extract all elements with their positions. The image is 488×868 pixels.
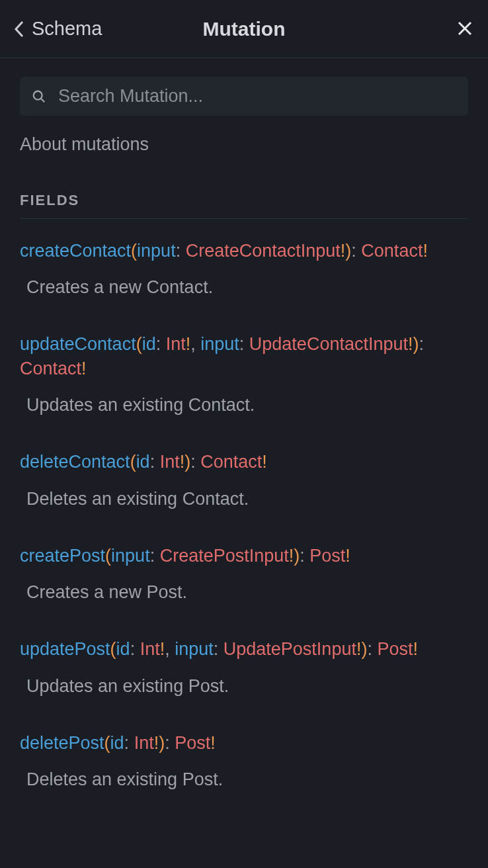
close-button[interactable] [455, 17, 475, 42]
field-description: Creates a new Contact. [20, 277, 468, 298]
field-description: Creates a new Post. [20, 582, 468, 603]
field-signature: deleteContact(id: Int!): Contact! [20, 450, 468, 474]
search-box[interactable] [20, 77, 468, 116]
arg-name[interactable]: id [116, 639, 130, 659]
field-item: updateContact(id: Int!, input: UpdateCon… [20, 332, 468, 415]
return-type[interactable]: Contact [20, 359, 81, 378]
required-bang: ! [423, 241, 428, 261]
chevron-left-icon [13, 20, 25, 38]
field-name[interactable]: updateContact [20, 334, 136, 354]
arg-name[interactable]: input [175, 639, 214, 659]
return-colon: : [300, 546, 309, 566]
colon: : [150, 452, 160, 472]
paren-open: ( [104, 733, 110, 753]
about-mutations-link[interactable]: About mutations [20, 134, 149, 155]
return-type[interactable]: Post [309, 546, 345, 566]
required-bang: ! [81, 359, 87, 378]
required-bang: ! [210, 733, 216, 753]
field-signature: createPost(input: CreatePostInput!): Pos… [20, 544, 468, 568]
return-colon: : [351, 241, 361, 261]
comma: , [190, 334, 200, 354]
arg-name[interactable]: input [137, 241, 176, 261]
return-type[interactable]: Post [377, 639, 413, 659]
required-bang: ! [262, 452, 267, 472]
return-colon: : [419, 334, 425, 354]
arg-name[interactable]: id [136, 452, 150, 472]
field-item: updatePost(id: Int!, input: UpdatePostIn… [20, 637, 468, 696]
svg-point-2 [34, 91, 42, 99]
required-bang: ! [345, 546, 350, 566]
required-bang: ! [413, 639, 419, 659]
return-type[interactable]: Post [175, 733, 210, 753]
arg-type[interactable]: CreateContactInput [186, 241, 341, 261]
field-name[interactable]: deletePost [20, 733, 104, 753]
field-description: Updates an existing Contact. [20, 395, 468, 415]
svg-line-3 [41, 98, 45, 102]
content-area: About mutations FIELDS createContact(inp… [0, 58, 488, 790]
field-signature: deletePost(id: Int!): Post! [20, 731, 468, 755]
page-title: Mutation [203, 18, 286, 40]
arg-type[interactable]: UpdatePostInput [224, 639, 356, 659]
field-item: deleteContact(id: Int!): Contact!Deletes… [20, 450, 468, 509]
field-signature: updateContact(id: Int!, input: UpdateCon… [20, 332, 468, 380]
colon: : [156, 334, 166, 354]
colon: : [239, 334, 249, 354]
arg-type[interactable]: Int [166, 334, 186, 354]
field-description: Deletes an existing Contact. [20, 489, 468, 509]
colon: : [130, 639, 140, 659]
field-description: Deletes an existing Post. [20, 769, 468, 790]
paren-open: ( [131, 241, 137, 261]
return-colon: : [367, 639, 377, 659]
arg-type[interactable]: Int [140, 639, 160, 659]
search-input[interactable] [58, 86, 456, 107]
field-signature: updatePost(id: Int!, input: UpdatePostIn… [20, 637, 468, 661]
paren-open: ( [110, 639, 116, 659]
colon: : [150, 546, 160, 566]
required-bang: ! [408, 334, 413, 354]
field-item: createPost(input: CreatePostInput!): Pos… [20, 544, 468, 603]
paren-close: ) [159, 733, 165, 753]
field-item: deletePost(id: Int!): Post!Deletes an ex… [20, 731, 468, 790]
paren-open: ( [105, 546, 111, 566]
comma: , [165, 639, 175, 659]
paren-open: ( [130, 452, 136, 472]
field-signature: createContact(input: CreateContactInput!… [20, 239, 468, 263]
header-bar: Schema Mutation [0, 0, 488, 58]
search-icon [32, 89, 46, 104]
field-name[interactable]: updatePost [20, 639, 110, 659]
field-name[interactable]: createPost [20, 546, 105, 566]
arg-name[interactable]: input [200, 334, 239, 354]
back-button[interactable]: Schema [13, 18, 102, 40]
return-type[interactable]: Contact [200, 452, 262, 472]
return-colon: : [165, 733, 175, 753]
paren-open: ( [136, 334, 142, 354]
colon: : [176, 241, 186, 261]
field-name[interactable]: createContact [20, 241, 131, 261]
paren-close: ) [294, 546, 300, 566]
back-label: Schema [32, 18, 102, 40]
arg-name[interactable]: id [142, 334, 156, 354]
paren-close: ) [413, 334, 419, 354]
return-colon: : [190, 452, 200, 472]
arg-type[interactable]: Int [134, 733, 154, 753]
arg-type[interactable]: Int [160, 452, 180, 472]
arg-type[interactable]: UpdateContactInput [249, 334, 408, 354]
paren-close: ) [345, 241, 351, 261]
arg-type[interactable]: CreatePostInput [160, 546, 289, 566]
colon: : [124, 733, 134, 753]
fields-heading: FIELDS [20, 192, 468, 219]
arg-name[interactable]: id [110, 733, 124, 753]
field-item: createContact(input: CreateContactInput!… [20, 239, 468, 298]
paren-close: ) [184, 452, 190, 472]
arg-name[interactable]: input [111, 546, 150, 566]
return-type[interactable]: Contact [361, 241, 423, 261]
fields-list: createContact(input: CreateContactInput!… [20, 239, 468, 790]
colon: : [214, 639, 224, 659]
field-description: Updates an existing Post. [20, 676, 468, 697]
close-icon [458, 21, 472, 36]
field-name[interactable]: deleteContact [20, 452, 130, 472]
